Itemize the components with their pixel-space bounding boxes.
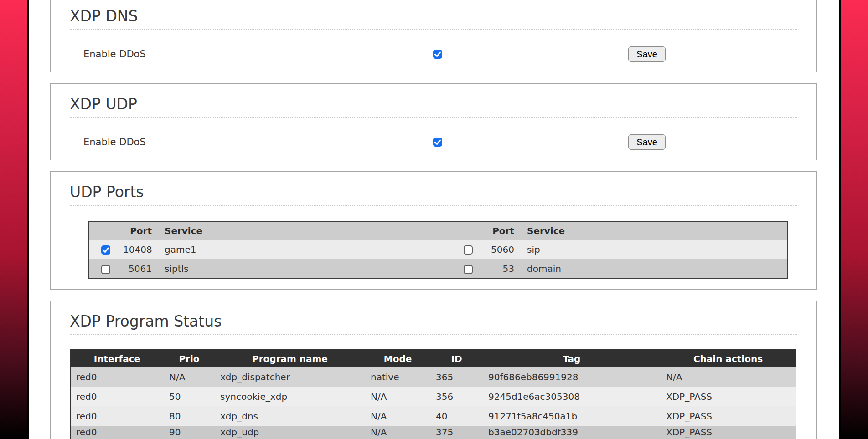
column-header-prio: Prio (164, 350, 215, 367)
table-row: red0 90 xdp_udp N/A 375 b3ae02703dbdf339… (70, 426, 796, 439)
table-row: red0 N/A xdp_dispatcher native 365 90f68… (70, 367, 796, 387)
enable-ddos-label: Enable DDoS (83, 49, 146, 60)
enable-ddos-row: Enable DDoS Save (70, 46, 797, 62)
cell-tag: 91271f5a8c450a1b (483, 406, 661, 426)
cell-id: 365 (430, 367, 483, 387)
card-xdp-program-status: XDP Program Status Interface Prio Progra… (50, 301, 817, 439)
cell-prio: 80 (164, 406, 215, 426)
save-button[interactable]: Save (628, 134, 666, 150)
cell-program-name: xdp_udp (215, 426, 365, 439)
section-title-xdp-program-status: XDP Program Status (70, 314, 797, 329)
cell-interface: red0 (70, 406, 164, 426)
checkmark-icon (101, 245, 110, 255)
enable-ddos-label: Enable DDoS (83, 137, 146, 148)
right-gradient-strip (839, 0, 868, 439)
cell-interface: red0 (70, 387, 164, 406)
cell-tag: 9245d1e6ac305308 (483, 387, 661, 406)
cell-mode: N/A (365, 406, 430, 426)
udp-ports-table: Port Service Port Service 10408 game1 (88, 221, 788, 279)
checkbox-column-header (88, 221, 123, 240)
xdp-program-status-table: Interface Prio Program name Mode ID Tag … (70, 349, 796, 439)
cell (451, 259, 485, 279)
cell-prio: 90 (164, 426, 215, 439)
cell-interface: red0 (70, 367, 164, 387)
column-header-chain-actions: Chain actions (661, 350, 796, 367)
column-header-id: ID (430, 350, 483, 367)
column-header-port: Port (485, 221, 517, 240)
content-area: XDP DNS Enable DDoS Save XDP UDP Enable … (31, 0, 836, 439)
cell-mode: N/A (365, 387, 430, 406)
column-header-mode: Mode (365, 350, 430, 367)
cell-program-name: xdp_dispatcher (215, 367, 365, 387)
cell (451, 240, 485, 259)
cell-chain-actions: XDP_PASS (661, 406, 796, 426)
cell-id: 375 (430, 426, 483, 439)
divider (70, 205, 797, 206)
cell-program-name: syncookie_xdp (215, 387, 365, 406)
divider (70, 334, 797, 335)
cell-interface: red0 (70, 426, 164, 439)
column-header-tag: Tag (483, 350, 661, 367)
port-game1-checkbox[interactable] (101, 245, 110, 255)
enable-ddos-row: Enable DDoS Save (70, 134, 797, 150)
cell-program-name: xdp_dns (215, 406, 365, 426)
enable-ddos-checkbox[interactable] (433, 50, 442, 59)
divider (70, 29, 797, 30)
port-siptls-checkbox[interactable] (101, 265, 110, 274)
cell-tag: 90f686eb86991928 (483, 367, 661, 387)
cell-mode: native (365, 367, 430, 387)
table-row: 5061 siptls 53 domain (88, 259, 788, 279)
table-row: red0 50 syncookie_xdp N/A 356 9245d1e6ac… (70, 387, 796, 406)
card-xdp-udp: XDP UDP Enable DDoS Save (50, 83, 817, 160)
table-row: 10408 game1 5060 sip (88, 240, 788, 259)
cell-port: 5061 (123, 259, 155, 279)
cell-chain-actions: XDP_PASS (661, 426, 796, 439)
column-header-service: Service (155, 221, 451, 240)
cell-prio: N/A (164, 367, 215, 387)
enable-ddos-checkbox[interactable] (433, 138, 442, 147)
cell-tag: b3ae02703dbdf339 (483, 426, 661, 439)
cell-service: domain (517, 259, 788, 279)
port-domain-checkbox[interactable] (464, 265, 473, 274)
cell-id: 356 (430, 387, 483, 406)
card-xdp-dns: XDP DNS Enable DDoS Save (50, 0, 817, 72)
cell-chain-actions: N/A (661, 367, 796, 387)
card-udp-ports: UDP Ports Port Service Port Service (50, 171, 817, 290)
section-title-xdp-udp: XDP UDP (70, 97, 797, 112)
table-header-row: Interface Prio Program name Mode ID Tag … (70, 350, 796, 367)
table-row: red0 80 xdp_dns N/A 40 91271f5a8c450a1b … (70, 406, 796, 426)
column-header-interface: Interface (70, 350, 164, 367)
checkbox-column-header (451, 221, 485, 240)
column-header-service: Service (517, 221, 788, 240)
checkmark-icon (433, 50, 442, 59)
cell-port: 5060 (485, 240, 517, 259)
divider (70, 117, 797, 118)
cell-prio: 50 (164, 387, 215, 406)
save-button[interactable]: Save (628, 46, 666, 62)
cell (88, 240, 123, 259)
checkmark-icon (433, 138, 442, 147)
cell-service: sip (517, 240, 788, 259)
cell-service: siptls (155, 259, 451, 279)
column-header-program-name: Program name (215, 350, 365, 367)
column-header-port: Port (123, 221, 155, 240)
section-title-xdp-dns: XDP DNS (70, 9, 797, 24)
left-gradient-strip (0, 0, 29, 439)
table-header-row: Port Service Port Service (88, 221, 788, 240)
cell-port: 53 (485, 259, 517, 279)
port-sip-checkbox[interactable] (464, 245, 473, 255)
cell-service: game1 (155, 240, 451, 259)
cell-port: 10408 (123, 240, 155, 259)
cell-mode: N/A (365, 426, 430, 439)
cell (88, 259, 123, 279)
cell-chain-actions: XDP_PASS (661, 387, 796, 406)
section-title-udp-ports: UDP Ports (70, 184, 797, 199)
cell-id: 40 (430, 406, 483, 426)
